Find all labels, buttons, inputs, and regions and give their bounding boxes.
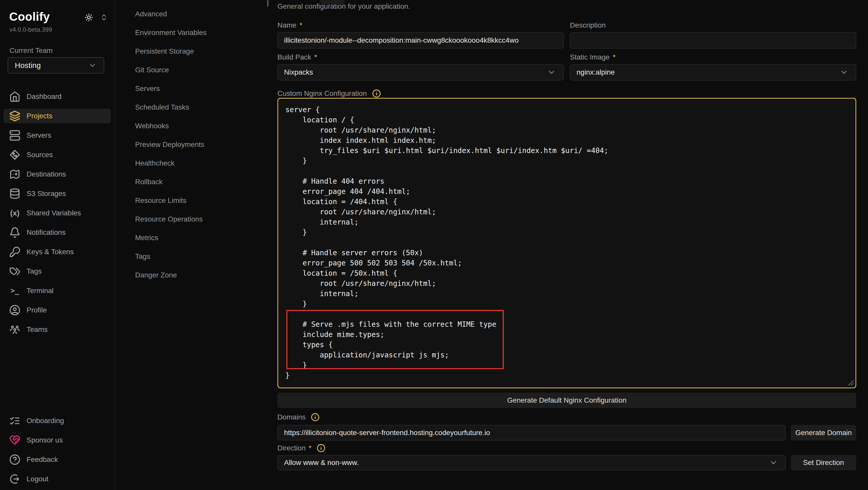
domains-input[interactable] <box>277 425 786 440</box>
info-icon[interactable] <box>371 88 382 99</box>
sidebar-nav: DashboardProjectsServersSourcesDestinati… <box>4 89 111 337</box>
submenu-scrollbar[interactable] <box>267 0 269 7</box>
sidebar-item-servers[interactable]: Servers <box>4 128 111 143</box>
sidebar-item-sponsor-us[interactable]: Sponsor us <box>4 433 111 447</box>
description-input[interactable] <box>570 32 856 49</box>
sidebar-item-projects[interactable]: Projects <box>4 109 111 123</box>
sidebar-item-profile[interactable]: Profile <box>4 303 111 317</box>
description-label: Description <box>570 21 606 30</box>
submenu-item-healthcheck[interactable]: Healthcheck <box>135 156 276 171</box>
name-label: Name <box>277 21 297 30</box>
database-icon <box>9 188 21 199</box>
nginx-config-code: server { location / { root /usr/share/ng… <box>278 99 856 381</box>
sidebar-item-label: Notifications <box>27 228 66 237</box>
static-image-label: Static Image <box>570 53 610 62</box>
chevron-down-icon <box>838 67 849 78</box>
server-icon <box>9 130 21 141</box>
parentheses-x-icon: (x) <box>9 208 21 219</box>
sidebar-spacer <box>4 337 111 414</box>
sidebar-item-label: Shared Variables <box>27 209 81 217</box>
sidebar-item-sources[interactable]: Sources <box>4 148 111 162</box>
submenu-item-persistent-storage[interactable]: Persistent Storage <box>135 44 276 59</box>
generate-default-nginx-button[interactable]: Generate Default Nginx Configuration <box>277 393 856 408</box>
required-asterisk: * <box>613 53 616 62</box>
submenu-item-preview-deployments[interactable]: Preview Deployments <box>135 137 276 152</box>
sidebar-item-destinations[interactable]: Destinations <box>4 167 111 181</box>
sun-icon[interactable] <box>83 12 94 23</box>
app-logo: Coolify <box>9 10 50 23</box>
sidebar-item-label: Terminal <box>27 287 54 295</box>
submenu-item-scheduled-tasks[interactable]: Scheduled Tasks <box>135 100 276 115</box>
tags-icon <box>9 266 21 277</box>
sidebar-item-teams[interactable]: Teams <box>4 323 111 337</box>
sidebar-item-feedback[interactable]: Feedback <box>4 453 111 467</box>
list-checks-icon <box>9 415 21 426</box>
settings-submenu: AdvancedEnvironment VariablesPersistent … <box>115 0 276 490</box>
sidebar-item-shared-variables[interactable]: (x)Shared Variables <box>4 206 111 220</box>
app-version: v4.0.0-beta.399 <box>9 26 111 33</box>
custom-nginx-textarea[interactable]: server { location / { root /usr/share/ng… <box>277 98 856 388</box>
submenu-item-metrics[interactable]: Metrics <box>135 231 276 245</box>
chevron-down-icon <box>768 457 779 468</box>
git-diamond-icon <box>9 149 21 160</box>
main-content: General configuration for your applicati… <box>276 0 868 490</box>
submenu-item-advanced[interactable]: Advanced <box>135 7 276 21</box>
build-pack-label: Build Pack <box>277 53 311 62</box>
sidebar-footer-nav: OnboardingSponsor usFeedbackLogout <box>4 414 111 486</box>
sidebar-item-terminal[interactable]: >_Terminal <box>4 283 111 298</box>
textarea-resize-handle[interactable] <box>847 379 854 386</box>
build-pack-select[interactable]: Nixpacks <box>277 64 564 81</box>
chevrons-up-down-icon[interactable] <box>100 12 108 23</box>
sidebar-item-notifications[interactable]: Notifications <box>4 225 111 240</box>
sidebar-item-onboarding[interactable]: Onboarding <box>4 414 111 428</box>
page-description: General configuration for your applicati… <box>277 2 856 11</box>
sidebar-item-label: Sponsor us <box>27 436 63 444</box>
sidebar-item-label: S3 Storages <box>27 189 66 198</box>
chevron-down-icon <box>546 67 557 78</box>
current-team-label: Current Team <box>9 47 111 55</box>
domains-label: Domains <box>277 413 306 422</box>
submenu-item-webhooks[interactable]: Webhooks <box>135 119 276 133</box>
sidebar-item-s3-storages[interactable]: S3 Storages <box>4 186 111 201</box>
chevron-down-icon <box>87 60 98 71</box>
sidebar-item-label: Feedback <box>27 456 58 464</box>
submenu-item-rollback[interactable]: Rollback <box>135 175 276 189</box>
key-icon <box>9 246 21 257</box>
sidebar-item-label: Logout <box>27 475 49 483</box>
sidebar-item-label: Profile <box>27 306 47 314</box>
submenu-item-resource-limits[interactable]: Resource Limits <box>135 193 276 208</box>
sidebar-item-dashboard[interactable]: Dashboard <box>4 89 111 104</box>
submenu-item-environment-variables[interactable]: Environment Variables <box>135 26 276 40</box>
sidebar-item-label: Projects <box>27 112 52 120</box>
submenu-item-tags[interactable]: Tags <box>135 249 276 264</box>
name-input[interactable] <box>277 32 564 49</box>
logout-icon <box>9 473 21 485</box>
partial-top-tab <box>320 0 345 4</box>
team-select[interactable]: Hosting <box>8 57 104 73</box>
info-icon[interactable] <box>310 411 321 423</box>
map-icon <box>9 169 21 180</box>
sidebar-item-keys-tokens[interactable]: Keys & Tokens <box>4 245 111 259</box>
direction-select[interactable]: Allow www & non-www. <box>277 455 786 470</box>
sidebar-item-logout[interactable]: Logout <box>4 472 111 486</box>
sidebar-item-label: Teams <box>27 326 48 334</box>
bell-icon <box>9 227 21 238</box>
static-image-select[interactable]: nginx:alpine <box>570 64 856 81</box>
set-direction-button[interactable]: Set Direction <box>791 455 856 470</box>
users-icon <box>9 324 21 335</box>
sidebar-item-tags[interactable]: Tags <box>4 264 111 278</box>
static-image-value: nginx:alpine <box>577 68 615 76</box>
circle-user-icon <box>9 305 21 316</box>
submenu-item-danger-zone[interactable]: Danger Zone <box>135 268 276 282</box>
sidebar: Coolify v4.0.0-beta.399 Current Team Hos… <box>0 0 115 490</box>
submenu-item-resource-operations[interactable]: Resource Operations <box>135 212 276 226</box>
info-icon[interactable] <box>315 442 327 454</box>
terminal-icon: >_ <box>9 285 21 296</box>
custom-nginx-label: Custom Nginx Configuration <box>277 89 367 98</box>
generate-domain-button[interactable]: Generate Domain <box>791 425 856 440</box>
submenu-item-servers[interactable]: Servers <box>135 82 276 96</box>
submenu-item-git-source[interactable]: Git Source <box>135 63 276 77</box>
sidebar-item-label: Keys & Tokens <box>27 248 74 256</box>
direction-value: Allow www & non-www. <box>284 459 359 467</box>
sidebar-item-label: Sources <box>27 151 53 159</box>
